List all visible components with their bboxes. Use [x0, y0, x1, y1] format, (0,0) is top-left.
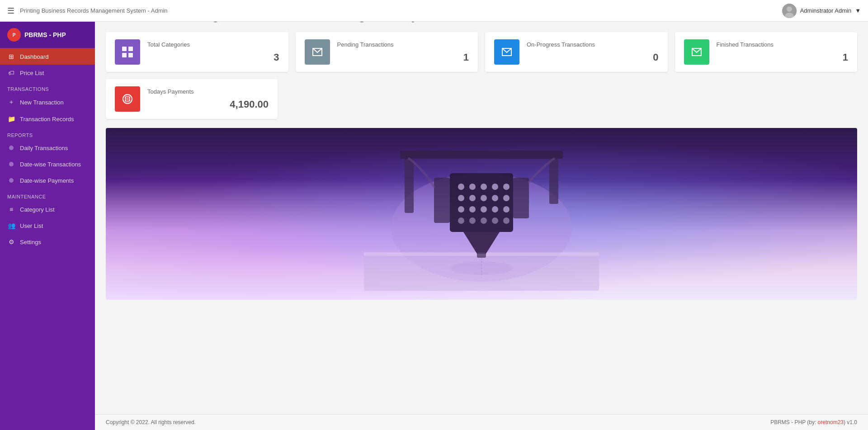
- sidebar-user-list-label: User List: [20, 222, 43, 229]
- on-progress-icon: [494, 39, 519, 65]
- sidebar-item-price-list[interactable]: 🏷 Price List: [0, 65, 95, 81]
- sidebar-category-list-label: Category List: [20, 206, 55, 213]
- sidebar-date-wise-transactions-label: Date-wise Transactions: [20, 161, 81, 168]
- svg-point-37: [469, 217, 476, 224]
- brand-logo: P: [7, 28, 21, 42]
- todays-payments-value: 4,190.00: [147, 99, 269, 110]
- finished-info: Finished Transactions 1: [717, 41, 849, 63]
- finished-icon: [684, 39, 709, 65]
- svg-rect-44: [434, 178, 450, 223]
- finished-transactions-card[interactable]: Finished Transactions 1: [675, 32, 858, 72]
- topbar-title: Printing Business Records Management Sys…: [20, 7, 168, 14]
- svg-rect-45: [513, 178, 529, 218]
- sidebar-item-daily-transactions[interactable]: Daily Transactions: [0, 140, 95, 156]
- svg-rect-6: [128, 47, 133, 51]
- sidebar-item-user-list[interactable]: 👥 User List: [0, 217, 95, 234]
- main-content: Welcome to Printing Business Records Man…: [95, 0, 868, 430]
- svg-rect-17: [400, 151, 563, 159]
- svg-rect-42: [477, 252, 486, 258]
- footer: Copyright © 2022. All rights reserved. P…: [95, 414, 868, 430]
- svg-point-1: [787, 6, 792, 12]
- sidebar-daily-transactions-label: Daily Transactions: [20, 145, 68, 151]
- svg-point-29: [492, 195, 498, 201]
- svg-point-40: [503, 217, 509, 224]
- svg-point-39: [492, 217, 498, 224]
- sidebar-transaction-records-label: Transaction Records: [20, 116, 74, 123]
- printer-illustration: [364, 137, 599, 291]
- dashboard-icon: ⊞: [7, 53, 15, 60]
- sidebar-maintenance-section: Maintenance: [0, 189, 95, 201]
- list-icon: ≡: [7, 206, 15, 213]
- todays-payments-info: Todays Payments 4,190.00: [147, 88, 269, 110]
- user-name: Adminstrator Admin: [800, 7, 851, 14]
- banner-image: [106, 128, 857, 300]
- svg-point-38: [481, 217, 487, 224]
- total-categories-icon: [115, 39, 140, 65]
- sidebar-item-date-wise-payments[interactable]: Date-wise Payments: [0, 172, 95, 189]
- stats-cards-row: Total Categories 3 Pending Transactions …: [106, 32, 857, 72]
- topbar-user[interactable]: Adminstrator Admin ▼: [782, 4, 861, 18]
- users-icon: 👥: [7, 222, 15, 229]
- sidebar-new-transaction-label: New Transaction: [20, 99, 64, 106]
- on-progress-label: On-Progress Transactions: [527, 41, 659, 48]
- sidebar-settings-label: Settings: [20, 239, 41, 246]
- svg-text:P: P: [13, 33, 16, 38]
- sidebar-item-category-list[interactable]: ≡ Category List: [0, 201, 95, 217]
- on-progress-info: On-Progress Transactions 0: [527, 41, 659, 63]
- total-categories-value: 3: [147, 52, 279, 63]
- svg-rect-5: [122, 47, 127, 51]
- svg-point-35: [503, 206, 509, 213]
- svg-point-10: [125, 96, 130, 98]
- svg-point-27: [469, 195, 476, 201]
- svg-point-24: [492, 184, 498, 190]
- svg-point-33: [481, 206, 487, 213]
- total-categories-card[interactable]: Total Categories 3: [106, 32, 288, 72]
- todays-payments-card[interactable]: Todays Payments 4,190.00: [106, 79, 278, 119]
- svg-rect-18: [405, 159, 414, 213]
- sidebar-reports-section: Reports: [0, 127, 95, 140]
- svg-point-9: [123, 95, 132, 104]
- payments-row: Todays Payments 4,190.00: [106, 79, 857, 119]
- sidebar-item-date-wise-transactions[interactable]: Date-wise Transactions: [0, 156, 95, 172]
- pending-label: Pending Transactions: [337, 41, 469, 48]
- sidebar-item-settings[interactable]: ⚙ Settings: [0, 234, 95, 250]
- sidebar-item-new-transaction[interactable]: ＋ New Transaction: [0, 94, 95, 111]
- sidebar-item-transaction-records[interactable]: 📁 Transaction Records: [0, 111, 95, 127]
- svg-point-32: [469, 206, 476, 213]
- svg-point-23: [481, 184, 487, 190]
- folder-icon: 📁: [7, 115, 15, 123]
- svg-rect-8: [128, 53, 133, 57]
- sidebar-transactions-section: Transactions: [0, 81, 95, 94]
- sidebar: P PBRMS - PHP ⊞ Dashboard 🏷 Price List T…: [0, 22, 95, 430]
- total-categories-label: Total Categories: [147, 41, 279, 48]
- footer-author-link[interactable]: oretnom23: [818, 419, 844, 425]
- sidebar-item-dashboard[interactable]: ⊞ Dashboard: [0, 48, 95, 65]
- user-dropdown-arrow: ▼: [855, 7, 861, 14]
- pending-info: Pending Transactions 1: [337, 41, 469, 63]
- svg-point-31: [458, 206, 464, 213]
- sidebar-date-wise-payments-label: Date-wise Payments: [20, 177, 74, 184]
- svg-point-30: [503, 195, 509, 201]
- svg-rect-19: [549, 159, 558, 204]
- finished-value: 1: [717, 52, 849, 63]
- circle-icon-payments: [7, 177, 15, 184]
- footer-credits: PBRMS - PHP (by: oretnom23) v1.0: [770, 419, 857, 425]
- tag-icon: 🏷: [7, 69, 15, 76]
- svg-point-22: [469, 184, 476, 190]
- finished-label: Finished Transactions: [717, 41, 849, 48]
- svg-rect-7: [122, 53, 127, 57]
- pending-icon: [305, 39, 330, 65]
- svg-point-21: [458, 184, 464, 190]
- circle-icon-datewise: [7, 161, 15, 168]
- brand-name: PBRMS - PHP: [24, 31, 66, 38]
- total-categories-info: Total Categories 3: [147, 41, 279, 63]
- sidebar-dashboard-label: Dashboard: [20, 53, 49, 60]
- hamburger-icon[interactable]: ☰: [7, 6, 14, 16]
- svg-point-46: [450, 261, 513, 275]
- svg-point-34: [492, 206, 498, 213]
- svg-point-25: [503, 184, 509, 190]
- sidebar-brand: P PBRMS - PHP: [0, 22, 95, 48]
- pending-transactions-card[interactable]: Pending Transactions 1: [296, 32, 478, 72]
- on-progress-card[interactable]: On-Progress Transactions 0: [485, 32, 668, 72]
- pending-value: 1: [337, 52, 469, 63]
